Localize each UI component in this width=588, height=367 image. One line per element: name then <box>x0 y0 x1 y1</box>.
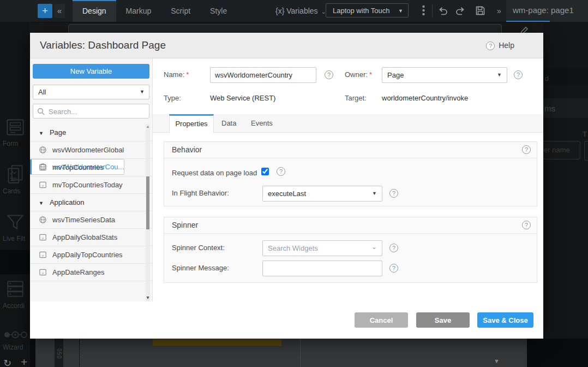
tab-properties[interactable]: Properties <box>169 114 214 133</box>
detail-tabs: Properties Data Events <box>153 114 543 133</box>
behavior-help-icon[interactable]: ? <box>522 145 531 154</box>
tab-design[interactable]: Design <box>73 0 116 22</box>
palette-item-cards[interactable] <box>0 163 30 188</box>
tab-markup[interactable]: Markup <box>116 0 161 22</box>
palette-label-live-filter: Live Filt <box>3 235 30 242</box>
owner-select-value: Page <box>387 71 404 79</box>
tree-group-application[interactable]: ▼Application <box>30 194 153 211</box>
inflight-select[interactable]: executeLast ▼ <box>262 186 382 202</box>
add-icon[interactable]: + <box>21 356 27 367</box>
tree-item-AppDateRanges[interactable]: xAppDateRanges <box>30 264 153 281</box>
chevron-right-icon[interactable]: » <box>497 0 501 22</box>
spinner-context-select[interactable]: Search Widgets ⌄ <box>262 240 382 256</box>
variable-filter-select[interactable]: All ▼ <box>33 85 149 99</box>
tab-events[interactable]: Events <box>251 114 273 133</box>
canvas-ruler: 050 <box>55 339 63 367</box>
tab-data[interactable]: Data <box>221 114 236 133</box>
palette-label-form: Form <box>3 140 30 147</box>
spinner-message-label: Spinner Message: <box>172 264 229 272</box>
tab-script[interactable]: Script <box>161 0 200 22</box>
refresh-icon[interactable]: ↻ <box>3 357 11 367</box>
divider <box>432 4 433 17</box>
owner-label: Owner:* <box>345 70 372 79</box>
request-data-help-icon[interactable]: ? <box>277 167 285 176</box>
tree-item-AppDailyGlobalStats[interactable]: xAppDailyGlobalStats <box>30 229 153 246</box>
tree-label: Page <box>50 128 66 137</box>
device-selector[interactable]: Laptop with Touch ▼ <box>326 3 409 17</box>
palette-item-wizard[interactable] <box>0 327 30 345</box>
more-options-icon[interactable] <box>419 5 427 18</box>
scroll-up-icon[interactable]: ▲ <box>146 125 150 128</box>
caret-down-icon: ▼ <box>398 4 403 18</box>
help-link[interactable]: ?Help <box>486 33 514 58</box>
device-selector-value: Laptop with Touch <box>333 7 390 15</box>
spinner-help-icon[interactable]: ? <box>522 221 531 229</box>
tree-item-mvTopCountries[interactable]: xmvTopCountries <box>30 159 153 176</box>
variable-detail-panel: Name:* ? Owner:* Page ▼ ? Type: Web Serv… <box>153 58 543 334</box>
variable-search <box>33 104 149 119</box>
spinner-message-input[interactable] <box>262 261 382 276</box>
palette-item-accordion[interactable] <box>0 277 30 303</box>
page-tab[interactable]: wm-page: page1 <box>506 0 588 22</box>
tree-item-wsvTimeSeriesData[interactable]: wsvTimeSeriesData <box>30 211 153 229</box>
target-value: worldometerCountry/invoke <box>382 94 468 102</box>
caret-down-icon: ▼ <box>39 131 44 136</box>
add-widget-button[interactable]: + <box>38 4 52 18</box>
spinner-title: Spinner <box>172 221 198 229</box>
required-mark: * <box>369 70 372 79</box>
caret-down-icon: ▼ <box>497 68 502 82</box>
dialog-title: Variables: Dashboard Page <box>40 33 166 58</box>
tree-label: AppDailyTopCountries <box>52 251 123 259</box>
name-help-icon[interactable]: ? <box>325 70 333 79</box>
canvas-panel <box>63 339 79 367</box>
variable-tree: ▼Page wsvWordometerGlobal wsvWorldometer… <box>30 124 153 301</box>
redo-icon[interactable] <box>455 5 466 19</box>
variables-menu[interactable]: {x} Variables⌄ <box>275 0 326 22</box>
canvas-caret-icon: ▼ <box>494 358 500 364</box>
search-icon <box>37 108 45 115</box>
owner-select[interactable]: Page ▼ <box>382 67 507 83</box>
spinner-context-label: Spinner Context: <box>172 244 225 252</box>
spinner-context-placeholder: Search Widgets <box>268 244 318 252</box>
spinner-context-help-icon[interactable]: ? <box>389 244 398 252</box>
canvas-area <box>80 339 527 367</box>
widget-palette: Form Cards Live Filt Accordi Wizard ↻ + … <box>0 22 30 367</box>
new-variable-button[interactable]: New Variable <box>33 64 149 79</box>
scroll-down-icon[interactable]: ▾ <box>145 294 151 300</box>
inflight-help-icon[interactable]: ? <box>389 189 398 198</box>
cancel-button[interactable]: Cancel <box>355 312 408 328</box>
tab-style[interactable]: Style <box>200 0 237 22</box>
owner-help-icon[interactable]: ? <box>514 70 523 79</box>
collapse-left-icon[interactable]: « <box>54 4 65 18</box>
spinner-message-help-icon[interactable]: ? <box>389 264 398 273</box>
undo-icon[interactable] <box>437 5 448 19</box>
svg-text:x: x <box>41 271 44 275</box>
tree-group-page[interactable]: ▼Page <box>30 124 153 141</box>
save-icon[interactable] <box>475 5 486 19</box>
svg-text:x: x <box>41 166 44 170</box>
request-data-label: Request data on page load <box>172 169 257 177</box>
help-icon: ? <box>486 42 495 50</box>
model-variable-icon: x <box>39 163 47 171</box>
palette-item-live-filter[interactable] <box>0 210 30 235</box>
save-and-close-button[interactable]: Save & Close <box>477 312 533 328</box>
search-input[interactable] <box>47 105 148 119</box>
canvas-edge <box>527 339 588 367</box>
behavior-section: Behavior ? Request data on page load ? I… <box>164 141 537 206</box>
model-variable-icon: x <box>39 268 47 276</box>
spinner-section: Spinner ? Spinner Context: Search Widget… <box>164 217 537 283</box>
dialog-header: Variables: Dashboard Page ?Help <box>30 33 543 58</box>
canvas-panel <box>35 339 55 367</box>
tree-label: Application <box>50 198 85 206</box>
tree-item-AppDailyTopCountries[interactable]: xAppDailyTopCountries <box>30 246 153 264</box>
filter-select-value: All <box>38 88 46 96</box>
save-button[interactable]: Save <box>416 312 470 328</box>
inflight-select-value: executeLast <box>268 190 306 198</box>
request-data-checkbox[interactable] <box>261 168 269 175</box>
name-input[interactable] <box>210 67 316 83</box>
palette-item-form[interactable] <box>0 116 30 141</box>
right-panel-input-fragment[interactable]: er name <box>539 141 580 159</box>
tree-scrollbar-thumb[interactable] <box>146 176 149 229</box>
tree-item-wsvWordometerGlobal[interactable]: wsvWordometerGlobal <box>30 141 153 159</box>
tree-item-mvTopCountriesToday[interactable]: xmvTopCountriesToday <box>30 176 153 194</box>
